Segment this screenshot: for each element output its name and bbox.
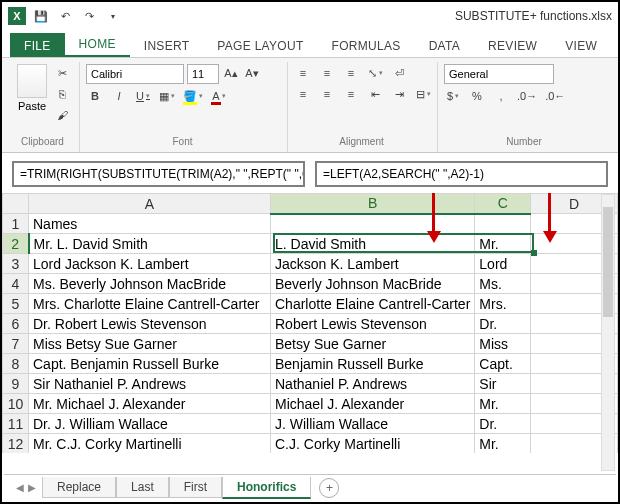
number-format-select[interactable]	[444, 64, 554, 84]
vertical-scrollbar[interactable]	[601, 194, 615, 471]
increase-decimal-icon[interactable]: .0→	[516, 87, 538, 105]
tab-insert[interactable]: INSERT	[130, 33, 204, 57]
cell[interactable]: Robert Lewis Stevenson	[271, 314, 475, 334]
merge-icon[interactable]: ⊟	[414, 85, 432, 103]
cell[interactable]: Mr.	[475, 434, 531, 454]
cell[interactable]: Benjamin Russell Burke	[271, 354, 475, 374]
cell[interactable]: Lord	[475, 254, 531, 274]
col-header-a[interactable]: A	[29, 194, 271, 214]
row-header[interactable]: 3	[3, 254, 29, 274]
row-header[interactable]: 10	[3, 394, 29, 414]
redo-icon[interactable]: ↷	[80, 7, 98, 25]
cell[interactable]: Lord Jackson K. Lambert	[29, 254, 271, 274]
undo-icon[interactable]: ↶	[56, 7, 74, 25]
border-icon[interactable]: ▦	[158, 87, 176, 105]
cell[interactable]: Dr.	[475, 414, 531, 434]
increase-indent-icon[interactable]: ⇥	[390, 85, 408, 103]
cell[interactable]: Mrs.	[475, 294, 531, 314]
row-header[interactable]: 1	[3, 214, 29, 234]
decrease-indent-icon[interactable]: ⇤	[366, 85, 384, 103]
grow-font-icon[interactable]: A▴	[222, 64, 240, 82]
tab-page-layout[interactable]: PAGE LAYOUT	[203, 33, 317, 57]
cell[interactable]: Charlotte Elaine Cantrell-Carter	[271, 294, 475, 314]
spreadsheet-grid[interactable]: A B C D 1Names2Mr. L. David SmithL. Davi…	[2, 193, 618, 453]
cell[interactable]: Beverly Johnson MacBride	[271, 274, 475, 294]
sheet-tab-honorifics[interactable]: Honorifics	[222, 477, 311, 499]
wrap-text-icon[interactable]: ⏎	[390, 64, 408, 82]
sheet-tab-replace[interactable]: Replace	[42, 477, 116, 498]
align-middle-icon[interactable]: ≡	[318, 64, 336, 82]
font-size-select[interactable]	[187, 64, 219, 84]
cell[interactable]: Mr.	[475, 234, 531, 254]
copy-icon[interactable]: ⎘	[53, 85, 71, 103]
tab-view[interactable]: VIEW	[551, 33, 611, 57]
format-painter-icon[interactable]: 🖌	[53, 106, 71, 124]
italic-button[interactable]: I	[110, 87, 128, 105]
tab-review[interactable]: REVIEW	[474, 33, 551, 57]
cut-icon[interactable]: ✂	[53, 64, 71, 82]
row-header[interactable]: 12	[3, 434, 29, 454]
cell[interactable]: Dr.	[475, 314, 531, 334]
shrink-font-icon[interactable]: A▾	[243, 64, 261, 82]
cell[interactable]	[271, 214, 475, 234]
scrollbar-thumb[interactable]	[603, 207, 613, 317]
save-icon[interactable]: 💾	[32, 7, 50, 25]
paste-button[interactable]: Paste	[18, 100, 46, 112]
row-header[interactable]: 8	[3, 354, 29, 374]
fill-color-icon[interactable]: 🪣	[182, 87, 204, 105]
new-sheet-button[interactable]: +	[319, 478, 339, 498]
cell[interactable]: Miss Betsy Sue Garner	[29, 334, 271, 354]
cell[interactable]: Jackson K. Lambert	[271, 254, 475, 274]
row-header[interactable]: 11	[3, 414, 29, 434]
currency-icon[interactable]: $	[444, 87, 462, 105]
cell[interactable]: Mr. L. David Smith	[29, 234, 271, 254]
cell[interactable]: Ms. Beverly Johnson MacBride	[29, 274, 271, 294]
cell[interactable]: Mr. C.J. Corky Martinelli	[29, 434, 271, 454]
decrease-decimal-icon[interactable]: .0←	[544, 87, 566, 105]
font-name-select[interactable]	[86, 64, 184, 84]
select-all-corner[interactable]	[3, 194, 29, 214]
cell[interactable]: Mrs. Charlotte Elaine Cantrell-Carter	[29, 294, 271, 314]
cell[interactable]: Michael J. Alexander	[271, 394, 475, 414]
align-top-icon[interactable]: ≡	[294, 64, 312, 82]
percent-icon[interactable]: %	[468, 87, 486, 105]
cell[interactable]: Ms.	[475, 274, 531, 294]
tab-file[interactable]: FILE	[10, 33, 65, 57]
row-header[interactable]: 2	[3, 234, 29, 254]
comma-icon[interactable]: ,	[492, 87, 510, 105]
row-header[interactable]: 4	[3, 274, 29, 294]
cell[interactable]: Sir Nathaniel P. Andrews	[29, 374, 271, 394]
qat-customize-icon[interactable]: ▾	[104, 7, 122, 25]
row-header[interactable]: 9	[3, 374, 29, 394]
cell[interactable]: Miss	[475, 334, 531, 354]
cell[interactable]: Capt. Benjamin Russell Burke	[29, 354, 271, 374]
align-right-icon[interactable]: ≡	[342, 85, 360, 103]
sheet-tab-last[interactable]: Last	[116, 477, 169, 498]
cell[interactable]: J. William Wallace	[271, 414, 475, 434]
col-header-b[interactable]: B	[271, 194, 475, 214]
orientation-icon[interactable]: ⤡	[366, 64, 384, 82]
underline-button[interactable]: U	[134, 87, 152, 105]
row-header[interactable]: 5	[3, 294, 29, 314]
row-header[interactable]: 7	[3, 334, 29, 354]
cell[interactable]: Mr. Michael J. Alexander	[29, 394, 271, 414]
bold-button[interactable]: B	[86, 87, 104, 105]
tab-formulas[interactable]: FORMULAS	[318, 33, 415, 57]
tab-data[interactable]: DATA	[415, 33, 474, 57]
cell[interactable]: Dr. Robert Lewis Stevenson	[29, 314, 271, 334]
cell[interactable]: Dr. J. William Wallace	[29, 414, 271, 434]
cell[interactable]: Sir	[475, 374, 531, 394]
cell[interactable]	[475, 214, 531, 234]
sheet-nav-next-icon[interactable]: ▶	[28, 482, 36, 493]
align-left-icon[interactable]: ≡	[294, 85, 312, 103]
font-color-icon[interactable]: A	[210, 87, 228, 105]
cell[interactable]: L. David Smith	[271, 234, 475, 254]
col-header-c[interactable]: C	[475, 194, 531, 214]
cell[interactable]: C.J. Corky Martinelli	[271, 434, 475, 454]
cell[interactable]: Nathaniel P. Andrews	[271, 374, 475, 394]
sheet-nav-prev-icon[interactable]: ◀	[16, 482, 24, 493]
align-center-icon[interactable]: ≡	[318, 85, 336, 103]
cell[interactable]: Betsy Sue Garner	[271, 334, 475, 354]
paste-icon[interactable]	[17, 64, 47, 98]
cell[interactable]: Capt.	[475, 354, 531, 374]
